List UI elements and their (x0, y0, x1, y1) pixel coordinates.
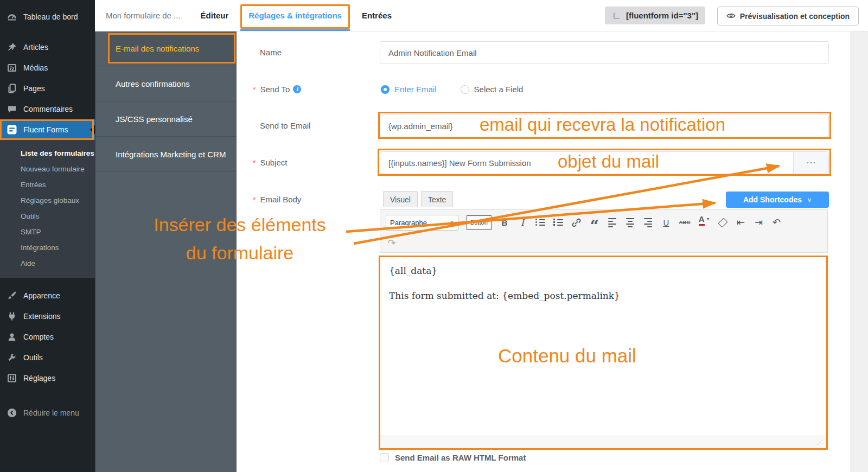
raw-html-label: Send Email as RAW HTML Format (395, 453, 526, 462)
submenu-item-help[interactable]: Aide (0, 256, 95, 271)
user-icon (7, 331, 17, 342)
submenu-item-entries[interactable]: Entrées (0, 177, 95, 193)
sidebar-item-settings[interactable]: Réglages (0, 368, 95, 388)
brush-icon (7, 290, 17, 301)
italic-icon[interactable]: I (518, 214, 527, 231)
underline-icon[interactable]: U (661, 214, 671, 231)
subject-input[interactable]: [{inputs.names}] New Form Submission ⋯ (380, 151, 829, 174)
align-left-icon[interactable] (608, 214, 617, 231)
media-icon (7, 62, 17, 73)
collapse-menu-label: Réduire le menu (23, 409, 79, 417)
bullet-list-icon[interactable] (535, 214, 545, 231)
email-body-label: * Email Body (253, 195, 301, 204)
tab-visual[interactable]: Visuel (383, 191, 418, 207)
sidebar-item-label: Fluent Forms (23, 125, 68, 134)
insert-button-button[interactable]: Button (467, 215, 492, 230)
notification-settings-form: Name Admin Notification Email * Send To … (237, 31, 850, 472)
radio-enter-email[interactable]: Enter Email (381, 85, 437, 94)
link-icon[interactable] (571, 214, 582, 231)
info-icon[interactable]: i (293, 85, 301, 93)
email-body-editor: {all_data} This form submitted at: {embe… (379, 256, 828, 450)
clear-formatting-icon[interactable] (718, 214, 728, 231)
body-line: {all_data} (389, 264, 818, 278)
shortcode-button[interactable]: ∟ [fluentform id="3"] (605, 7, 705, 24)
required-asterisk: * (253, 85, 256, 94)
nav-item-other-confirmations[interactable]: Autres confirmations (95, 66, 237, 101)
submenu-item-global-settings[interactable]: Réglages globaux (0, 193, 95, 208)
paragraph-format-select[interactable]: Paragraphe ▼ (386, 215, 458, 231)
nav-item-email-notifications[interactable]: E-mail des notifications (95, 31, 237, 66)
tab-editor[interactable]: Éditeur (201, 0, 229, 31)
nav-item-label: JS/CSS personnalisé (116, 114, 193, 124)
name-label: Name (260, 48, 282, 57)
wp-admin-sidebar: Tableau de bord Articles Médias Pages Co… (0, 0, 95, 472)
preview-label: Prévisualisation et conception (740, 12, 850, 21)
submenu-item-tools[interactable]: Outils (0, 208, 95, 224)
submenu-item-smtp[interactable]: SMTP (0, 224, 95, 240)
sidebar-item-comments[interactable]: Commentaires (0, 99, 95, 119)
undo-icon[interactable]: ↶ (772, 214, 782, 231)
send-to-radio-group: Enter Email Select a Field (381, 85, 523, 94)
collapse-menu-button[interactable]: Réduire le menu (0, 403, 95, 423)
preview-design-button[interactable]: Prévisualisation et conception (717, 7, 859, 25)
outdent-icon[interactable]: ⇤ (736, 214, 746, 231)
required-asterisk: * (253, 195, 256, 204)
sidebar-item-label: Extensions (23, 312, 60, 321)
tab-entries[interactable]: Entrées (362, 0, 392, 31)
nav-item-label: E-mail des notifications (116, 44, 199, 53)
email-body-content[interactable]: {all_data} This form submitted at: {embe… (380, 257, 826, 436)
bold-icon[interactable]: B (500, 214, 509, 231)
radio-unselected-icon (461, 85, 469, 94)
add-shortcodes-label: Add Shortcodes (743, 195, 802, 204)
required-asterisk: * (253, 158, 256, 167)
fluent-forms-icon (7, 124, 17, 135)
sidebar-item-tools[interactable]: Outils (0, 347, 95, 368)
radio-select-a-field[interactable]: Select a Field (461, 85, 524, 94)
send-to-email-input[interactable]: {wp.admin_email} (380, 114, 829, 137)
blockquote-icon[interactable]: “ (590, 211, 599, 234)
collapse-arrow-icon (7, 407, 17, 418)
sidebar-item-label: Outils (23, 353, 43, 362)
sidebar-item-posts[interactable]: Articles (0, 37, 95, 58)
radio-selected-icon (381, 85, 390, 94)
text-color-icon[interactable]: A ▼ (699, 214, 710, 231)
sidebar-item-media[interactable]: Médias (0, 58, 95, 78)
sidebar-item-plugins[interactable]: Extensions (0, 306, 95, 327)
nav-item-label: Autres confirmations (116, 79, 190, 88)
form-settings-nav: E-mail des notifications Autres confirma… (95, 31, 237, 472)
subject-more-button[interactable]: ⋯ (793, 152, 828, 174)
add-shortcodes-button[interactable]: Add Shortcodes ∨ (726, 192, 829, 208)
redo-icon[interactable]: ↷ (387, 235, 397, 251)
align-center-icon[interactable] (626, 214, 635, 231)
body-line: This form submitted at: {embed_post.perm… (389, 289, 818, 303)
sidebar-item-label: Comptes (23, 333, 54, 341)
indent-icon[interactable]: ⇥ (754, 214, 764, 231)
page-scroll-gutter[interactable] (850, 31, 868, 472)
align-right-icon[interactable] (643, 214, 653, 231)
name-value: Admin Notification Email (388, 48, 477, 58)
sidebar-item-label: Pages (23, 84, 45, 93)
paragraph-select-value: Paragraphe (390, 219, 427, 227)
nav-item-custom-js-css[interactable]: JS/CSS personnalisé (95, 101, 237, 137)
submenu-item-new-form[interactable]: Nouveau formulaire (0, 161, 95, 177)
sidebar-item-appearance[interactable]: Apparence (0, 285, 95, 306)
toolbar-row-1: Paragraphe ▼ Button B I “ U ABC A (380, 210, 827, 235)
raw-html-checkbox[interactable] (380, 453, 389, 462)
strikethrough-icon[interactable]: ABC (679, 214, 691, 231)
sidebar-item-users[interactable]: Comptes (0, 327, 95, 347)
sidebar-item-fluent-forms[interactable]: Fluent Forms (0, 119, 95, 140)
sidebar-item-pages[interactable]: Pages (0, 78, 95, 99)
nav-item-marketing-crm-integrations[interactable]: Intégrations Marketing et CRM (95, 137, 237, 172)
plugin-icon (7, 311, 17, 322)
tab-settings-integrations[interactable]: Réglages & intégrations (248, 0, 342, 31)
submenu-item-form-list[interactable]: Liste des formulaires (0, 145, 95, 161)
form-tabs: Mon formulaire de ... Éditeur Réglages &… (106, 0, 392, 31)
numbered-list-icon[interactable] (553, 214, 563, 231)
ellipsis-icon: ⋯ (806, 157, 816, 169)
chevron-down-icon: ∨ (807, 196, 812, 203)
name-input[interactable]: Admin Notification Email (380, 41, 829, 64)
tab-text[interactable]: Texte (421, 191, 453, 207)
sidebar-item-dashboard[interactable]: Tableau de bord (0, 7, 95, 27)
submenu-item-integrations[interactable]: Intégrations (0, 240, 95, 256)
resize-grip-icon[interactable]: ⋰ (816, 438, 823, 446)
